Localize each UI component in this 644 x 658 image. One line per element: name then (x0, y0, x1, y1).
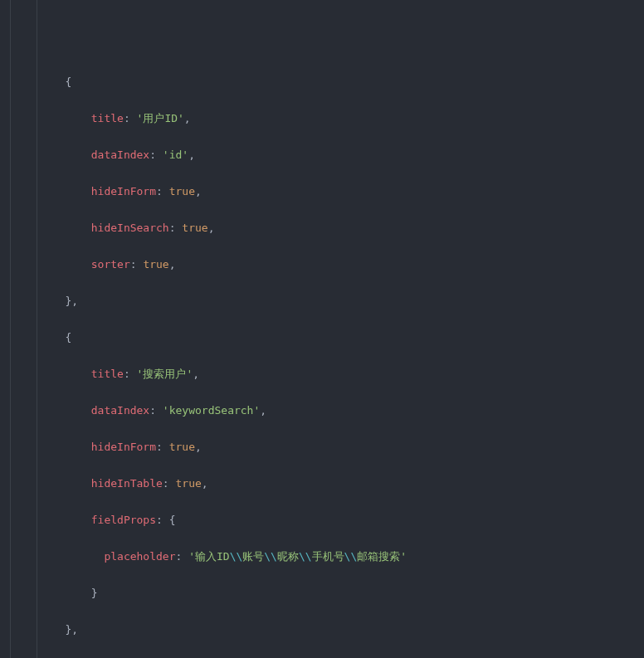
code-line: { (7, 329, 644, 347)
code-line: }, (7, 621, 644, 639)
code-line: dataIndex: 'id', (7, 146, 644, 164)
code-line: hideInTable: true, (7, 475, 644, 493)
code-line: dataIndex: 'keywordSearch', (7, 402, 644, 420)
code-line: title: '用户ID', (7, 110, 644, 128)
code-line: } (7, 584, 644, 602)
code-line: hideInForm: true, (7, 183, 644, 201)
code-line: { (7, 73, 644, 91)
code-line: fieldProps: { (7, 511, 644, 529)
code-line: }, (7, 292, 644, 310)
code-line: title: '搜索用户', (7, 365, 644, 383)
code-lines: { title: '用户ID', dataIndex: 'id', hideIn… (7, 55, 644, 658)
code-line: hideInSearch: true, (7, 219, 644, 237)
code-line: placeholder: '输入ID\\账号\\昵称\\手机号\\邮箱搜索' (7, 548, 644, 566)
code-line: sorter: true, (7, 256, 644, 274)
code-editor[interactable]: { title: '用户ID', dataIndex: 'id', hideIn… (0, 0, 644, 658)
code-content[interactable]: { title: '用户ID', dataIndex: 'id', hideIn… (0, 0, 644, 658)
code-line: hideInForm: true, (7, 438, 644, 456)
